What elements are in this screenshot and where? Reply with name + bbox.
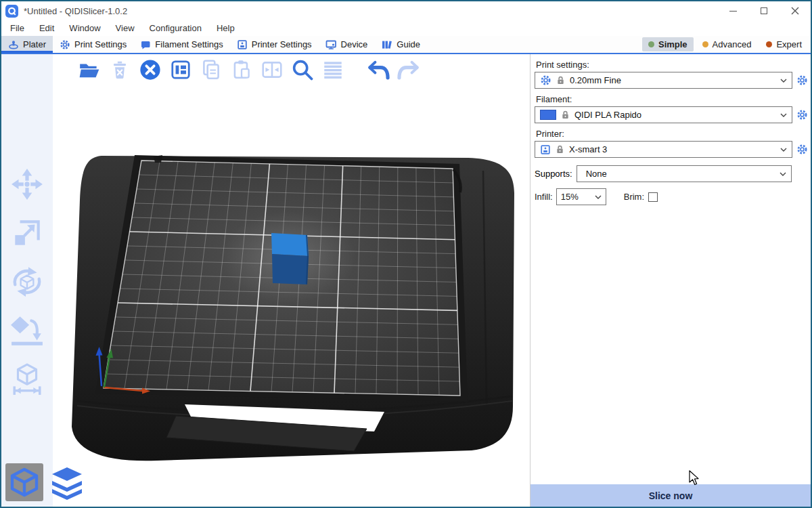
menu-file[interactable]: File: [3, 20, 32, 36]
minimize-button[interactable]: [717, 1, 748, 20]
printer-combo[interactable]: X-smart 3: [535, 141, 792, 158]
filament-label: Filament:: [536, 94, 808, 104]
brim-label: Brim:: [624, 192, 644, 202]
filament-combo[interactable]: QIDI PLA Rapido: [535, 106, 792, 123]
preview-view-button[interactable]: [48, 463, 86, 501]
tab-print-settings[interactable]: Print Settings: [53, 36, 133, 53]
cube-model[interactable]: [271, 233, 309, 284]
3d-editor-view-icon: [8, 466, 41, 499]
brim-checkbox[interactable]: [648, 192, 658, 202]
tab-filament-settings[interactable]: Filament Settings: [133, 36, 229, 53]
slice-now-button[interactable]: Slice now: [531, 484, 811, 507]
lock-icon: [561, 110, 570, 120]
rotate-button[interactable]: [9, 264, 45, 299]
trash-icon: [108, 58, 131, 81]
advanced-dot-icon: [702, 41, 708, 47]
gizmo-toolbar: [7, 167, 47, 397]
open-button[interactable]: [77, 58, 102, 82]
close-button[interactable]: [780, 1, 811, 20]
mode-simple[interactable]: Simple: [642, 37, 694, 51]
chevron-down-icon: [780, 79, 787, 83]
tab-device[interactable]: Device: [319, 36, 375, 53]
copy-button[interactable]: [199, 58, 223, 82]
chevron-down-icon: [780, 113, 787, 117]
view-switch: [5, 463, 86, 501]
move-icon: [10, 167, 44, 201]
paste-icon: [230, 58, 253, 81]
measure-button[interactable]: [9, 362, 45, 397]
gear-icon: [60, 39, 70, 50]
menu-view[interactable]: View: [108, 20, 142, 36]
gear-icon: [796, 144, 808, 155]
gear-icon: [540, 75, 551, 86]
scale-button[interactable]: [9, 215, 45, 251]
open-folder-icon: [78, 58, 101, 81]
qidislicer-window: *Untitled - QIDISlicer-1.0.2 File Edit W…: [0, 0, 812, 508]
layers-list-icon: [321, 58, 344, 81]
undo-button[interactable]: [366, 58, 390, 82]
printer-icon: [237, 39, 248, 50]
preview-layers-icon: [48, 463, 86, 501]
lock-icon: [556, 76, 565, 85]
infill-combo[interactable]: 15%: [556, 188, 606, 205]
undo-icon: [366, 58, 390, 82]
3d-viewport[interactable]: [1, 54, 530, 507]
titlebar: *Untitled - QIDISlicer-1.0.2: [1, 1, 811, 20]
guide-icon: [381, 39, 392, 50]
redo-icon: [397, 58, 421, 82]
tab-guide[interactable]: Guide: [374, 36, 427, 53]
menu-window[interactable]: Window: [62, 20, 108, 36]
device-icon: [325, 39, 337, 50]
chevron-down-icon: [780, 148, 787, 152]
print-settings-gear-button[interactable]: [796, 75, 808, 87]
arrange-button[interactable]: [168, 58, 193, 82]
menu-help[interactable]: Help: [209, 20, 242, 36]
supports-label: Supports:: [535, 169, 572, 179]
maximize-button[interactable]: [748, 1, 780, 20]
mode-advanced[interactable]: Advanced: [696, 37, 758, 51]
infill-label: Infill:: [535, 192, 553, 202]
mode-expert[interactable]: Expert: [760, 37, 808, 51]
print-settings-combo[interactable]: 0.20mm Fine: [535, 72, 792, 89]
tab-plater[interactable]: Plater: [1, 36, 53, 53]
copy-icon: [200, 58, 223, 81]
close-icon: [791, 7, 799, 15]
arrange-icon: [169, 58, 192, 81]
lock-icon: [556, 145, 564, 154]
print-settings-label: Print settings:: [536, 60, 808, 70]
paste-button[interactable]: [229, 58, 254, 82]
redo-button[interactable]: [397, 58, 421, 82]
supports-combo[interactable]: None: [577, 165, 792, 182]
delete-all-icon: [138, 58, 162, 82]
mode-selector: Simple Advanced Expert: [642, 36, 811, 53]
plater-icon: [8, 39, 19, 50]
maximize-icon: [761, 7, 767, 14]
place-on-face-icon: [10, 314, 44, 347]
menu-edit[interactable]: Edit: [32, 20, 62, 36]
filament-gear-button[interactable]: [796, 109, 808, 121]
simple-dot-icon: [648, 41, 654, 47]
mouse-cursor: [689, 470, 704, 486]
place-on-face-button[interactable]: [9, 313, 45, 348]
sidebar: Print settings: 0.20mm Fine Filament: QI…: [530, 54, 811, 507]
tabbar: Plater Print Settings Filament Settings …: [1, 36, 811, 54]
build-plate-scene[interactable]: [1, 54, 530, 507]
app-logo-icon: [5, 5, 18, 18]
window-title: *Untitled - QIDISlicer-1.0.2: [24, 6, 127, 16]
move-button[interactable]: [9, 167, 45, 202]
measure-icon: [10, 362, 44, 396]
menubar: File Edit Window View Configuration Help: [1, 20, 811, 36]
split-button[interactable]: [260, 58, 284, 82]
printer-gear-button[interactable]: [796, 144, 808, 156]
delete-all-button[interactable]: [138, 58, 162, 82]
delete-button[interactable]: [108, 58, 132, 82]
menu-configuration[interactable]: Configuration: [142, 20, 209, 36]
chevron-down-icon: [780, 172, 786, 176]
search-icon: [290, 58, 315, 82]
search-button[interactable]: [290, 58, 315, 82]
printer-label: Printer:: [536, 129, 808, 139]
tab-printer-settings[interactable]: Printer Settings: [230, 36, 319, 53]
minimize-icon: [729, 11, 737, 12]
variable-layer-height-button[interactable]: [321, 58, 345, 82]
editor-view-button[interactable]: [5, 463, 43, 501]
